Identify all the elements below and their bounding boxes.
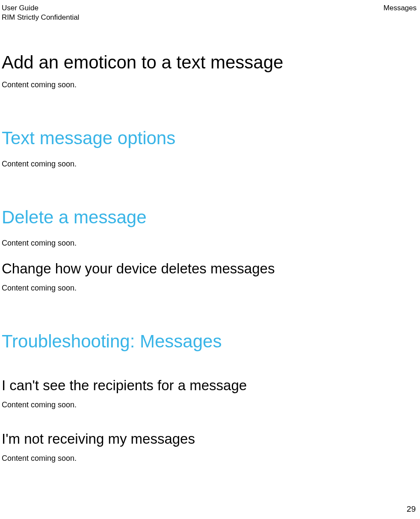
- section-text-options: Text message options Content coming soon…: [2, 128, 417, 169]
- body-not-receiving: Content coming soon.: [2, 454, 417, 463]
- heading-delete-message: Delete a message: [2, 207, 417, 228]
- heading-change-delete: Change how your device deletes messages: [2, 261, 417, 277]
- body-change-delete: Content coming soon.: [2, 284, 417, 293]
- heading-add-emoticon: Add an emoticon to a text message: [2, 52, 417, 73]
- section-add-emoticon: Add an emoticon to a text message Conten…: [2, 52, 417, 89]
- body-add-emoticon: Content coming soon.: [2, 80, 417, 89]
- header-title: User Guide: [2, 3, 79, 13]
- heading-text-options: Text message options: [2, 128, 417, 148]
- heading-cant-see-recipients: I can't see the recipients for a message: [2, 377, 417, 394]
- body-cant-see-recipients: Content coming soon.: [2, 400, 417, 409]
- page-header: User Guide RIM Strictly Confidential Mes…: [2, 3, 417, 22]
- header-section: Messages: [384, 3, 417, 13]
- heading-troubleshooting: Troubleshooting: Messages: [2, 331, 417, 352]
- section-delete-message: Delete a message Content coming soon. Ch…: [2, 207, 417, 293]
- header-confidential: RIM Strictly Confidential: [2, 13, 79, 22]
- page-number: 29: [407, 504, 416, 514]
- heading-not-receiving: I'm not receiving my messages: [2, 431, 417, 447]
- body-delete-message: Content coming soon.: [2, 239, 417, 248]
- section-troubleshooting: Troubleshooting: Messages I can't see th…: [2, 331, 417, 463]
- body-text-options: Content coming soon.: [2, 160, 417, 169]
